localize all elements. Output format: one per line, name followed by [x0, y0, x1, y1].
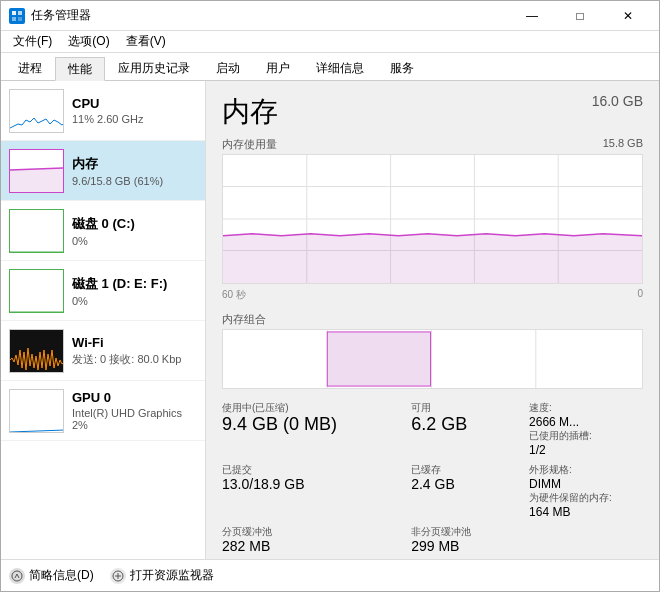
menu-bar: 文件(F) 选项(O) 查看(V) — [1, 31, 659, 53]
svg-point-26 — [12, 571, 22, 581]
stat-paged-label: 分页缓冲池 — [222, 525, 407, 539]
bottom-bar: 简略信息(D) 打开资源监视器 — [1, 559, 659, 591]
main-memory-chart — [222, 154, 643, 284]
svg-rect-21 — [223, 330, 642, 388]
app-icon — [9, 8, 25, 24]
wifi-title: Wi-Fi — [72, 335, 197, 350]
maximize-button[interactable]: □ — [557, 1, 603, 31]
tab-process[interactable]: 进程 — [5, 56, 55, 80]
chart-time-start: 60 秒 — [222, 288, 246, 302]
svg-rect-25 — [327, 332, 430, 386]
detail-panel: 内存 16.0 GB 内存使用量 15.8 GB — [206, 81, 659, 559]
disk0-title: 磁盘 0 (C:) — [72, 215, 197, 233]
stat-paged: 分页缓冲池 282 MB — [222, 525, 407, 554]
stats-row1: 使用中(已压缩) 9.4 GB (0 MB) 可用 6.2 GB 速度: 266… — [222, 401, 643, 457]
stat-committed-label: 已提交 — [222, 463, 407, 477]
gpu-title: GPU 0 — [72, 390, 197, 405]
monitor-link[interactable]: 打开资源监视器 — [110, 567, 214, 584]
tab-users[interactable]: 用户 — [253, 56, 303, 80]
sidebar-item-disk1[interactable]: 磁盘 1 (D: E: F:) 0% — [1, 261, 205, 321]
stat-in-use-label: 使用中(已压缩) — [222, 401, 407, 415]
menu-view[interactable]: 查看(V) — [118, 31, 174, 52]
combo-memory-chart — [222, 329, 643, 389]
stat-committed: 已提交 13.0/18.9 GB — [222, 463, 407, 519]
memory-info: 内存 9.6/15.8 GB (61%) — [72, 155, 197, 187]
wifi-subtitle: 发送: 0 接收: 80.0 Kbp — [72, 352, 197, 367]
tab-startup[interactable]: 启动 — [203, 56, 253, 80]
wifi-info: Wi-Fi 发送: 0 接收: 80.0 Kbp — [72, 335, 197, 367]
stat-nonpaged-value: 299 MB — [411, 539, 525, 554]
svg-rect-1 — [18, 11, 22, 15]
stat-slot-value: 1/2 — [529, 443, 643, 457]
disk1-subtitle: 0% — [72, 295, 197, 307]
window-title: 任务管理器 — [31, 7, 91, 24]
sidebar-item-cpu[interactable]: CPU 11% 2.60 GHz — [1, 81, 205, 141]
svg-rect-9 — [10, 330, 64, 373]
stats-row2: 已提交 13.0/18.9 GB 已缓存 2.4 GB 外形规格: DIMM 为… — [222, 463, 643, 519]
stat-form-factor: 外形规格: DIMM 为硬件保留的内存: 164 MB — [529, 463, 643, 519]
monitor-icon — [110, 568, 126, 584]
stat-available-value: 6.2 GB — [411, 415, 525, 435]
svg-marker-6 — [10, 168, 64, 193]
stats-row3: 分页缓冲池 282 MB 非分页缓冲池 299 MB — [222, 525, 643, 554]
menu-file[interactable]: 文件(F) — [5, 31, 60, 52]
svg-rect-8 — [10, 270, 64, 313]
stat-in-use-value: 9.4 GB (0 MB) — [222, 415, 407, 435]
main-content: CPU 11% 2.60 GHz 内存 9.6/15.8 GB (61%) — [1, 81, 659, 559]
stat-paged-value: 282 MB — [222, 539, 407, 554]
disk0-thumbnail — [9, 209, 64, 253]
summary-label: 简略信息(D) — [29, 567, 94, 584]
close-button[interactable]: ✕ — [605, 1, 651, 31]
sidebar-item-gpu[interactable]: GPU 0 Intel(R) UHD Graphics2% — [1, 381, 205, 441]
stat-hw-value: 164 MB — [529, 505, 643, 519]
stat-available: 可用 6.2 GB — [411, 401, 525, 457]
stat-cached-value: 2.4 GB — [411, 477, 525, 492]
tab-performance[interactable]: 性能 — [55, 57, 105, 81]
summary-link[interactable]: 简略信息(D) — [9, 567, 94, 584]
stat-cached: 已缓存 2.4 GB — [411, 463, 525, 519]
stat-nonpaged-label: 非分页缓冲池 — [411, 525, 525, 539]
detail-header: 内存 16.0 GB — [222, 93, 643, 131]
title-bar: 任务管理器 — □ ✕ — [1, 1, 659, 31]
svg-rect-3 — [18, 17, 22, 21]
disk1-info: 磁盘 1 (D: E: F:) 0% — [72, 275, 197, 307]
stat-available-label: 可用 — [411, 401, 525, 415]
combo-label: 内存组合 — [222, 312, 643, 327]
chart-time-end: 0 — [637, 288, 643, 302]
stat-placeholder — [529, 525, 643, 554]
stat-speed-value: 2666 M... — [529, 415, 643, 429]
window-controls: — □ ✕ — [509, 1, 651, 31]
memory-thumbnail — [9, 149, 64, 193]
sidebar-item-wifi[interactable]: Wi-Fi 发送: 0 接收: 80.0 Kbp — [1, 321, 205, 381]
cpu-thumbnail — [9, 89, 64, 133]
minimize-button[interactable]: — — [509, 1, 555, 31]
memory-title: 内存 — [72, 155, 197, 173]
tab-services[interactable]: 服务 — [377, 56, 427, 80]
cpu-title: CPU — [72, 96, 197, 111]
chart-time-row: 60 秒 0 — [222, 288, 643, 302]
svg-rect-7 — [10, 210, 64, 253]
chart-label-text: 内存使用量 — [222, 137, 277, 152]
detail-total: 16.0 GB — [592, 93, 643, 109]
sidebar-item-memory[interactable]: 内存 9.6/15.8 GB (61%) — [1, 141, 205, 201]
stat-in-use: 使用中(已压缩) 9.4 GB (0 MB) — [222, 401, 407, 457]
stat-cached-label: 已缓存 — [411, 463, 525, 477]
stat-speed: 速度: 2666 M... 已使用的插槽: 1/2 — [529, 401, 643, 457]
tab-app-history[interactable]: 应用历史记录 — [105, 56, 203, 80]
monitor-label: 打开资源监视器 — [130, 567, 214, 584]
memory-subtitle: 9.6/15.8 GB (61%) — [72, 175, 197, 187]
stat-speed-label: 速度: — [529, 401, 643, 415]
svg-marker-19 — [223, 234, 642, 283]
title-bar-left: 任务管理器 — [9, 7, 91, 24]
tab-bar: 进程 性能 应用历史记录 启动 用户 详细信息 服务 — [1, 53, 659, 81]
sidebar-item-disk0[interactable]: 磁盘 0 (C:) 0% — [1, 201, 205, 261]
cpu-info: CPU 11% 2.60 GHz — [72, 96, 197, 125]
svg-rect-10 — [10, 390, 64, 433]
svg-rect-0 — [12, 11, 16, 15]
svg-rect-4 — [10, 90, 64, 133]
tab-details[interactable]: 详细信息 — [303, 56, 377, 80]
sidebar: CPU 11% 2.60 GHz 内存 9.6/15.8 GB (61%) — [1, 81, 206, 559]
stat-slot-label: 已使用的插槽: — [529, 429, 643, 443]
menu-options[interactable]: 选项(O) — [60, 31, 117, 52]
gpu-subtitle: Intel(R) UHD Graphics2% — [72, 407, 197, 431]
